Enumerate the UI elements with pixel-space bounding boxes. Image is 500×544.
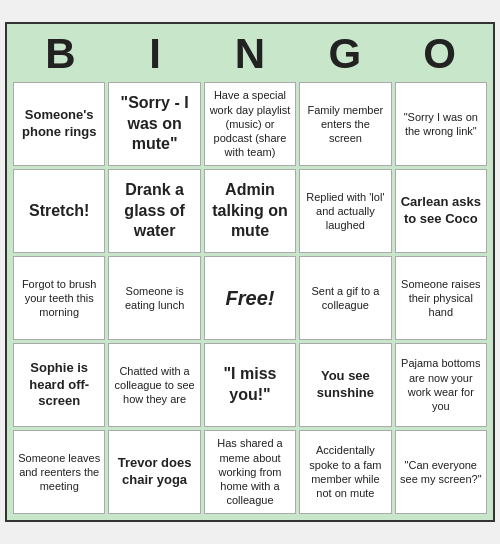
bingo-cell-16[interactable]: Chatted with a colleague to see how they… (108, 343, 200, 427)
bingo-header: B I N G O (13, 30, 487, 78)
bingo-cell-21[interactable]: Trevor does chair yoga (108, 430, 200, 514)
letter-g: G (301, 30, 389, 78)
bingo-cell-9[interactable]: Carlean asks to see Coco (395, 169, 487, 253)
bingo-cell-18[interactable]: You see sunshine (299, 343, 391, 427)
bingo-cell-5[interactable]: Stretch! (13, 169, 105, 253)
letter-n: N (206, 30, 294, 78)
letter-o: O (396, 30, 484, 78)
letter-i: I (111, 30, 199, 78)
bingo-cell-0[interactable]: Someone's phone rings (13, 82, 105, 166)
bingo-cell-8[interactable]: Replied with 'lol' and actually laughed (299, 169, 391, 253)
bingo-cell-1[interactable]: "Sorry - I was on mute" (108, 82, 200, 166)
letter-b: B (16, 30, 104, 78)
bingo-cell-4[interactable]: "Sorry I was on the wrong link" (395, 82, 487, 166)
bingo-cell-24[interactable]: "Can everyone see my screen?" (395, 430, 487, 514)
bingo-cell-14[interactable]: Someone raises their physical hand (395, 256, 487, 340)
bingo-grid: Someone's phone rings"Sorry - I was on m… (13, 82, 487, 514)
bingo-cell-22[interactable]: Has shared a meme about working from hom… (204, 430, 296, 514)
bingo-cell-11[interactable]: Someone is eating lunch (108, 256, 200, 340)
bingo-cell-7[interactable]: Admin talking on mute (204, 169, 296, 253)
bingo-cell-17[interactable]: "I miss you!" (204, 343, 296, 427)
bingo-cell-2[interactable]: Have a special work day playlist (music)… (204, 82, 296, 166)
bingo-cell-6[interactable]: Drank a glass of water (108, 169, 200, 253)
bingo-cell-20[interactable]: Someone leaves and reenters the meeting (13, 430, 105, 514)
bingo-cell-10[interactable]: Forgot to brush your teeth this morning (13, 256, 105, 340)
bingo-cell-19[interactable]: Pajama bottoms are now your work wear fo… (395, 343, 487, 427)
bingo-card: B I N G O Someone's phone rings"Sorry - … (5, 22, 495, 522)
bingo-cell-23[interactable]: Accidentally spoke to a fam member while… (299, 430, 391, 514)
bingo-cell-15[interactable]: Sophie is heard off-screen (13, 343, 105, 427)
bingo-cell-13[interactable]: Sent a gif to a colleague (299, 256, 391, 340)
bingo-cell-3[interactable]: Family member enters the screen (299, 82, 391, 166)
bingo-cell-12[interactable]: Free! (204, 256, 296, 340)
